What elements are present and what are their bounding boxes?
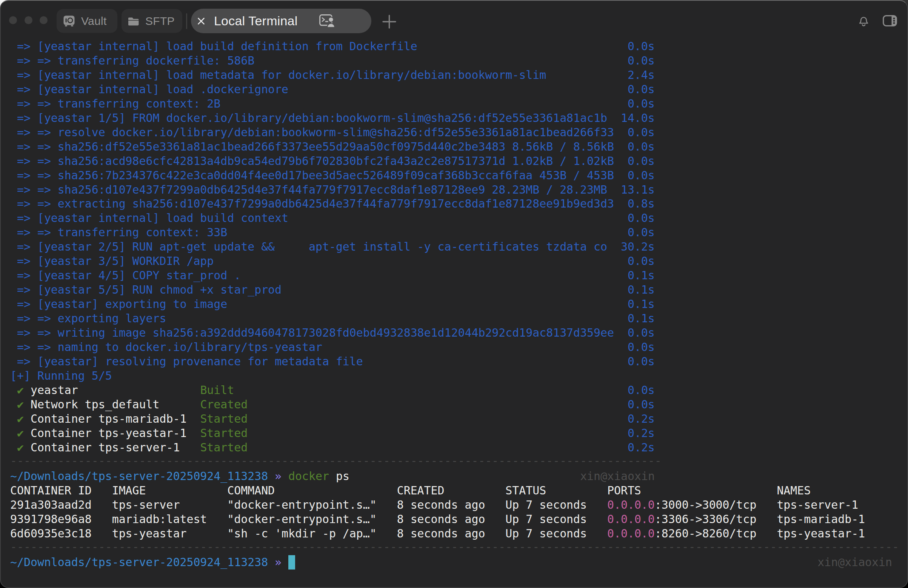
terminal-text-segment: Built (200, 383, 234, 397)
terminal-row: => [yeastar 1/5] FROM docker.io/library/… (10, 111, 899, 125)
terminal-text-segment: 0.0.0.0 (607, 498, 655, 511)
terminal-row: => => extracting sha256:d107e437f7299a0d… (10, 197, 899, 211)
vault-button[interactable]: Vault (56, 9, 118, 33)
terminal-row: => => writing image sha256:a392ddd946047… (10, 326, 899, 340)
terminal-row: ✔ Container tps-mariadb-1 Started 0.2s (10, 412, 899, 426)
terminal-text-segment: 0.0.0.0 (607, 512, 655, 526)
terminal-row: => [yeastar] resolving provenance for me… (10, 354, 899, 369)
terminal-text-segment: Container tps-mariadb-1 (31, 412, 200, 425)
notifications-button[interactable] (858, 15, 869, 28)
sftp-button-label: SFTP (145, 15, 175, 27)
terminal-text-segment: ----------------------------------------… (10, 454, 662, 467)
terminal-text-segment: => [yeastar internal] load build definit… (10, 40, 655, 53)
terminal-text-segment (24, 398, 31, 411)
terminal-text-segment: => => sha256:acd98e6cfc42813a4db9ca54ed7… (10, 155, 655, 168)
traffic-light-zoom[interactable] (40, 16, 48, 24)
terminal-text-segment: => => exporting layers 0.1s (10, 312, 655, 325)
terminal-row: ✔ yeastar Built 0.0s (10, 383, 899, 398)
traffic-light-minimize[interactable] (24, 16, 32, 24)
terminal-text-segment: xin@xiaoxin (818, 556, 892, 569)
terminal-text-segment: => [yeastar 1/5] FROM docker.io/library/… (10, 111, 655, 124)
terminal-text-segment: => => transferring context: 33B 0.0s (10, 226, 655, 239)
tab-title: Local Terminal (214, 14, 297, 28)
terminal-text-segment: :3306->3306/tcp tps-mariadb-1 (655, 512, 865, 526)
terminal-ruler-row: ----------------------------------------… (10, 454, 899, 468)
tabbar-divider (186, 13, 187, 29)
terminal-screen[interactable]: => [yeastar internal] load build definit… (10, 39, 899, 570)
plus-icon (382, 15, 396, 29)
terminal-row: => [yeastar internal] load build definit… (10, 39, 899, 53)
terminal-row: => => resolve docker.io/library/debian:b… (10, 125, 899, 140)
terminal-text-segment: 291a303aad2d tps-server "docker-entrypoi… (10, 498, 607, 511)
terminal-text-segment: 0.0.0.0 (607, 527, 655, 540)
terminal-row: 291a303aad2d tps-server "docker-entrypoi… (10, 498, 899, 512)
terminal-text-segment: docker (288, 469, 329, 483)
terminal-row: ~/Downloads/tps-server-20250924_113238 »… (10, 469, 899, 483)
vault-icon (63, 16, 75, 26)
terminal-row: => => sha256:7b234376c422e3ca0dd04f4ee0d… (10, 168, 899, 183)
terminal-text-segment: => => sha256:df52e55e3361a81ac1bead266f3… (10, 140, 655, 153)
terminal-row: => => sha256:df52e55e3361a81ac1bead266f3… (10, 140, 899, 154)
terminal-row: => [yeastar 3/5] WORKDIR /app 0.0s (10, 254, 899, 268)
tab-local-terminal[interactable]: Local Terminal (191, 9, 371, 33)
terminal-window: Vault SFTP Local Terminal => [yeastar in… (0, 0, 908, 588)
terminal-text-segment: yeastar (31, 383, 200, 397)
terminal-ruler-row: ----------------------------------------… (10, 540, 899, 554)
terminal-text-segment: => [yeastar] resolving provenance for me… (10, 355, 655, 368)
terminal-text-segment (24, 383, 31, 397)
folder-icon (128, 17, 139, 26)
terminal-text-segment (282, 556, 818, 569)
terminal-row: => => transferring context: 2B 0.0s (10, 97, 899, 111)
terminal-text-segment: => => naming to docker.io/library/tps-ye… (10, 340, 655, 354)
terminal-text-segment: :3000->3000/tcp tps-server-1 (655, 498, 858, 511)
bell-icon (858, 15, 869, 26)
terminal-text-segment: Created (200, 398, 248, 411)
terminal-row: => => transferring context: 33B 0.0s (10, 225, 899, 240)
close-icon[interactable] (197, 17, 205, 25)
terminal-text-segment: Started (200, 412, 248, 425)
terminal-text-segment (329, 469, 336, 483)
terminal-row: => [yeastar 5/5] RUN chmod +x star_prod … (10, 283, 899, 297)
terminal-row: => [yeastar 4/5] COPY star_prod . 0.1s (10, 268, 899, 283)
terminal-text-segment: => [yeastar 4/5] COPY star_prod . 0.1s (10, 269, 655, 282)
terminal-text-segment: ✔ (17, 441, 24, 454)
sftp-button[interactable]: SFTP (122, 9, 182, 33)
vault-button-label: Vault (81, 15, 107, 27)
terminal-text-segment (24, 441, 31, 454)
terminal-row: => => sha256:acd98e6cfc42813a4db9ca54ed7… (10, 154, 899, 168)
tab-bar: Vault SFTP Local Terminal (1, 1, 907, 40)
terminal-text-segment (10, 441, 17, 454)
traffic-light-close[interactable] (9, 16, 17, 24)
terminal-text-segment (10, 412, 17, 425)
new-tab-button[interactable] (382, 15, 396, 30)
tab-close-button[interactable] (197, 17, 205, 25)
terminal-text-segment (10, 427, 17, 440)
terminal-text-segment: => => resolve docker.io/library/debian:b… (10, 126, 655, 139)
terminal-user-icon (319, 14, 335, 27)
terminal-text-segment (10, 383, 17, 397)
terminal-text-segment: 0.2s (248, 441, 655, 454)
terminal-text-segment: 9391798e96a8 mariadb:latest "docker-entr… (10, 512, 607, 526)
terminal-text-segment: :8260->8260/tcp tps-yeastar-1 (655, 527, 865, 540)
terminal-text-segment: ✔ (17, 398, 24, 411)
terminal-text-segment: xin@xiaoxin (580, 469, 655, 483)
terminal-row: [+] Running 5/5 (10, 369, 899, 383)
terminal-row: => => exporting layers 0.1s (10, 311, 899, 326)
terminal-text-segment: => => transferring dockerfile: 586B 0.0s (10, 54, 655, 67)
terminal-text-segment: ~/Downloads/tps-server-20250924_113238 (10, 469, 268, 483)
terminal-text-segment: => => sha256:d107e437f7299a0db6425d4e37f… (10, 183, 655, 196)
terminal-text-segment: ✔ (17, 412, 24, 425)
panel-toggle-icon (883, 15, 897, 26)
terminal-text-segment: => [yeastar] exporting to image 0.1s (10, 297, 655, 311)
terminal-text-segment (349, 469, 580, 483)
terminal-text-segment: => => extracting sha256:d107e437f7299a0d… (10, 197, 655, 210)
terminal-text-segment: => => writing image sha256:a392ddd946047… (10, 326, 655, 339)
terminal-text-segment: Container tps-server-1 (31, 441, 200, 454)
terminal-text-segment (24, 412, 31, 425)
terminal-row: ✔ Container tps-yeastar-1 Started 0.2s (10, 426, 899, 440)
panel-toggle-button[interactable] (883, 15, 897, 28)
terminal-cursor (288, 555, 295, 570)
terminal-text-segment: => [yeastar internal] load metadata for … (10, 68, 655, 82)
terminal-row: CONTAINER ID IMAGE COMMAND CREATED STATU… (10, 483, 899, 498)
terminal-row: => => transferring dockerfile: 586B 0.0s (10, 53, 899, 68)
